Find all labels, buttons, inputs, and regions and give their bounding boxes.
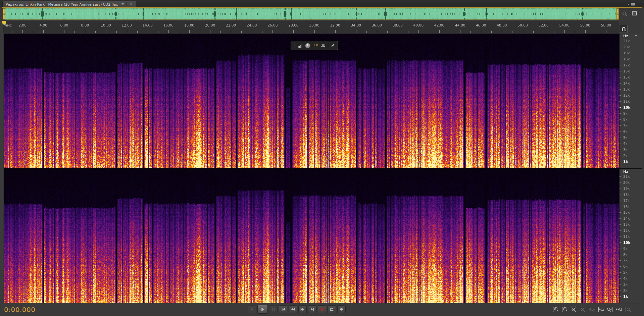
reset-vertical-zoom-button[interactable] <box>625 306 631 313</box>
freq-tick <box>620 255 621 255</box>
ruler-tick <box>491 31 492 33</box>
freq-label: 9k <box>623 112 628 115</box>
navigator-zoom-out-icon[interactable] <box>621 10 628 17</box>
ruler-tick-label: 22:00 <box>226 23 236 27</box>
freq-label: 19k <box>623 51 630 55</box>
freq-tick <box>620 131 621 132</box>
spectrogram-canvas[interactable] <box>4 34 619 303</box>
navigator-right-handle[interactable] <box>616 8 619 19</box>
zoom-navigator[interactable] <box>3 8 619 20</box>
spectrogram-view[interactable] <box>4 34 619 303</box>
snap-toggle-button[interactable] <box>620 25 628 33</box>
zoom-to-selection-button[interactable] <box>615 306 622 313</box>
ruler-tick <box>408 31 408 33</box>
transport-move-next-button[interactable] <box>308 305 316 313</box>
zoom-out-vertical-button[interactable] <box>561 306 568 313</box>
zoom-in-horizontal-button[interactable] <box>570 306 577 313</box>
ruler-tick <box>64 30 64 33</box>
hud-drag-handle[interactable] <box>294 43 295 48</box>
freq-label: 21k <box>623 39 630 43</box>
timeline-ruler[interactable]: чмс 2:004:006:008:0010:0012:0014:0016:00… <box>3 21 619 33</box>
time-display[interactable]: 0:00.000 <box>4 306 35 314</box>
ruler-tick <box>22 30 23 33</box>
freq-tick <box>620 278 621 279</box>
ruler-tick-label: 16:00 <box>163 23 174 27</box>
freq-label: 8k <box>623 253 628 257</box>
freq-label: 7k <box>623 124 628 127</box>
freq-tick <box>620 195 621 195</box>
ruler-tick <box>512 31 512 33</box>
editor-tab[interactable]: Редактор: Linkin Park - Meteora (20 Year… <box>2 1 136 7</box>
zoom-to-selection-start-button[interactable] <box>597 306 604 313</box>
pin-icon[interactable] <box>331 43 335 48</box>
zoom-out-full-button[interactable] <box>588 306 595 313</box>
transport-rewind-button[interactable] <box>289 305 297 313</box>
ruler-tick <box>585 30 586 33</box>
ruler-tick <box>85 30 85 33</box>
transport-pause-button[interactable] <box>269 305 278 313</box>
ruler-tick <box>293 30 294 33</box>
tab-close-button[interactable]: × <box>129 3 133 6</box>
zoom-in-vertical-button[interactable] <box>552 306 559 313</box>
transport-loop-playback-button[interactable] <box>328 305 336 313</box>
transport-skip-selection-button[interactable] <box>337 305 346 313</box>
tabbar-grip-right[interactable] <box>642 1 643 6</box>
freq-label: 10k <box>623 106 631 109</box>
ruler-tick <box>314 30 315 33</box>
ruler-tick <box>523 30 523 33</box>
ruler-tick <box>606 30 606 33</box>
freq-tick <box>620 266 621 267</box>
navigator-left-handle[interactable] <box>3 8 5 19</box>
ruler-tick-label: 10:00 <box>101 23 111 27</box>
freq-label: 4k <box>623 277 628 280</box>
freq-label: 13k <box>623 88 630 91</box>
freq-label: 9k <box>623 247 628 251</box>
panel-menu-icon[interactable] <box>628 2 636 6</box>
ruler-tick <box>346 31 346 33</box>
tabbar-grip-left[interactable] <box>0 1 2 6</box>
freq-scale-menu-caret[interactable] <box>635 35 637 37</box>
transport-move-previous-button[interactable] <box>279 305 287 313</box>
gain-value[interactable]: +0 <box>313 43 318 48</box>
frequency-scale-channel-2[interactable]: Hz21k20k19k18k17k16k15k14k13k12k11k10k9k… <box>620 169 642 303</box>
freq-label: 7k <box>623 259 628 262</box>
freq-tick <box>620 284 621 285</box>
freq-tick <box>620 47 621 47</box>
freq-label: 17k <box>623 63 630 67</box>
freq-tick <box>620 89 621 90</box>
zoom-out-horizontal-button[interactable] <box>579 306 586 313</box>
status-bar: 0:00.000 <box>2 304 642 315</box>
frequency-scale: Hz21k20k19k18k17k16k15k14k13k12k11k10k9k… <box>619 34 642 303</box>
ruler-tick-label: 32:00 <box>330 23 340 27</box>
transport-play-button[interactable] <box>257 305 268 314</box>
gain-unit: dB <box>320 43 326 48</box>
volume-hud[interactable]: +0 dB <box>291 41 338 50</box>
ruler-tick <box>137 31 138 33</box>
zoom-to-selection-end-button[interactable] <box>606 306 613 313</box>
tab-dropdown-icon[interactable] <box>121 3 124 5</box>
freq-label: 5k <box>623 271 628 274</box>
freq-tick <box>620 71 621 71</box>
transport-record-button[interactable] <box>318 305 326 313</box>
transport-fast-forward-button[interactable] <box>298 305 307 313</box>
transport-stop-button[interactable] <box>248 305 256 313</box>
gain-knob[interactable] <box>305 43 310 48</box>
freq-tick <box>620 83 621 84</box>
ruler-tick <box>564 30 565 33</box>
freq-label: 3k <box>623 148 628 152</box>
ruler-tick-label: 38:00 <box>393 23 403 27</box>
tab-title: Редактор: Linkin Park - Meteora (20 Year… <box>6 2 118 6</box>
zoom-tools <box>552 306 631 313</box>
ruler-tick <box>439 30 440 33</box>
ruler-tick <box>304 31 304 33</box>
navigator-menu-icon[interactable] <box>631 10 638 17</box>
ruler-tick <box>283 31 283 33</box>
freq-tick <box>620 125 621 126</box>
freq-tick <box>620 272 621 273</box>
frequency-scale-channel-1[interactable]: Hz21k20k19k18k17k16k15k14k13k12k11k10k9k… <box>620 34 642 168</box>
ruler-tick-label: 8:00 <box>81 23 89 27</box>
overview-waveform[interactable] <box>3 8 619 19</box>
audition-window: Редактор: Linkin Park - Meteora (20 Year… <box>0 0 644 316</box>
ruler-tick-label: 48:00 <box>497 23 507 27</box>
hud-separator <box>328 43 328 48</box>
